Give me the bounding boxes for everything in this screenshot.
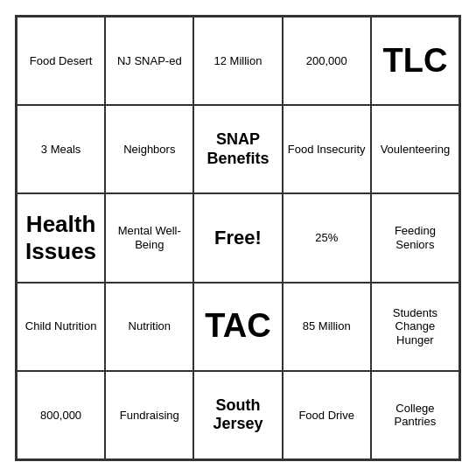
bingo-cell-r4c4: College Pantries — [371, 371, 459, 459]
bingo-cell-r1c1: Neighbors — [105, 105, 193, 193]
bingo-cell-r3c3: 85 Million — [283, 283, 371, 371]
bingo-cell-r2c1: Mental Well-Being — [105, 193, 193, 282]
bingo-cell-r1c4: Voulenteering — [371, 105, 459, 193]
bingo-card: Food DesertNJ SNAP-ed12 Million200,000TL… — [15, 15, 461, 461]
bingo-cell-r0c4: TLC — [371, 17, 459, 105]
bingo-cell-r2c3: 25% — [283, 193, 371, 282]
bingo-cell-r0c2: 12 Million — [193, 17, 282, 105]
bingo-cell-r0c1: NJ SNAP-ed — [105, 17, 193, 105]
bingo-cell-r2c2: Free! — [193, 193, 282, 282]
bingo-cell-r4c0: 800,000 — [17, 371, 105, 459]
bingo-cell-r3c2: TAC — [193, 283, 282, 371]
bingo-cell-r1c3: Food Insecurity — [283, 105, 371, 193]
bingo-cell-r3c0: Child Nutrition — [17, 283, 105, 371]
bingo-cell-r3c1: Nutrition — [105, 283, 193, 371]
bingo-cell-r4c2: South Jersey — [193, 371, 282, 459]
bingo-cell-r0c3: 200,000 — [283, 17, 371, 105]
bingo-cell-r2c0: Health Issues — [17, 193, 105, 282]
bingo-grid: Food DesertNJ SNAP-ed12 Million200,000TL… — [17, 17, 459, 459]
bingo-cell-r4c1: Fundraising — [105, 371, 193, 459]
bingo-cell-r3c4: Students Change Hunger — [371, 283, 459, 371]
bingo-cell-r2c4: Feeding Seniors — [371, 193, 459, 282]
bingo-cell-r1c0: 3 Meals — [17, 105, 105, 193]
bingo-cell-r4c3: Food Drive — [283, 371, 371, 459]
bingo-cell-r0c0: Food Desert — [17, 17, 105, 105]
bingo-cell-r1c2: SNAP Benefits — [193, 105, 282, 193]
